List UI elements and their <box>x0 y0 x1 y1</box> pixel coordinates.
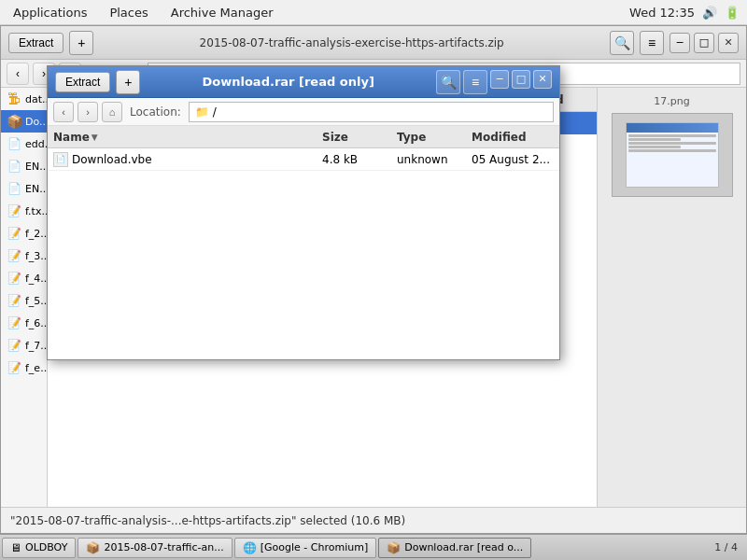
sidebar-item-4[interactable]: 📄 EN... <box>1 177 47 200</box>
clock: Wed 12:35 <box>629 6 695 20</box>
rar-maximize-button[interactable]: □ <box>512 70 530 89</box>
rar-extract-button[interactable]: Extract <box>55 72 110 92</box>
rar-search-button[interactable]: 🔍 <box>436 70 460 94</box>
sidebar-item-8[interactable]: 📝 f_4... <box>1 267 47 289</box>
rar-titlebar: Extract + Download.rar [read only] 🔍 ≡ −… <box>48 66 559 98</box>
preview-line-3 <box>628 142 716 145</box>
txt-icon-7: 📝 <box>7 248 21 263</box>
rar-minimize-button[interactable]: − <box>490 70 509 89</box>
rar-add-button[interactable]: + <box>116 70 140 94</box>
sidebar-label-8: f_4... <box>25 273 47 285</box>
rar-file-modified-0: 05 August 2... <box>466 153 559 166</box>
taskbar-icon-2: 🌐 <box>243 541 257 554</box>
main-back-button[interactable]: ‹ <box>7 63 29 85</box>
main-add-button[interactable]: + <box>69 31 93 55</box>
rar-icon: 📦 <box>7 114 21 129</box>
preview-panel: 17.png <box>597 88 746 507</box>
preview-line-5 <box>628 149 716 152</box>
txt-icon-12: 📝 <box>7 360 21 375</box>
main-close-button[interactable]: ✕ <box>718 33 739 53</box>
taskbar-label-0: OLDBOY <box>25 541 67 553</box>
sidebar-item-11[interactable]: 📝 f_7... <box>1 334 47 357</box>
volume-icon[interactable]: 🔊 <box>702 6 717 20</box>
main-window-title: 2015-08-07-traffic-analysis-exercise-htt… <box>99 36 604 49</box>
sidebar-item-9[interactable]: 📝 f_5... <box>1 289 47 312</box>
sidebar-label-7: f_3... <box>25 250 47 262</box>
txt-icon-8: 📝 <box>7 271 21 286</box>
taskbar-item-0[interactable]: 🖥 OLDBOY <box>2 538 76 558</box>
sidebar-label-12: f_e... <box>25 362 47 374</box>
rar-col-type[interactable]: Type <box>391 131 466 144</box>
sidebar-item-1[interactable]: 📦 Do... <box>1 110 47 133</box>
battery-icon: 🔋 <box>725 6 740 20</box>
taskbar-icon-3: 📦 <box>387 541 401 554</box>
rar-location-path: / <box>213 105 217 119</box>
rar-file-name-0: 📄 Download.vbe <box>48 152 317 167</box>
preview-line-2 <box>628 138 681 141</box>
txt-icon-5: 📝 <box>7 203 21 218</box>
main-minimize-button[interactable]: − <box>669 33 690 53</box>
rar-col-modified[interactable]: Modified <box>466 131 559 144</box>
rar-col-size[interactable]: Size <box>317 131 391 144</box>
sidebar-label-9: f_5... <box>25 295 47 307</box>
rar-nav-bar: ‹ › ⌂ Location: 📁 / <box>48 98 559 126</box>
menu-places[interactable]: Places <box>104 4 153 21</box>
sidebar-item-10[interactable]: 📝 f_6... <box>1 312 47 334</box>
preview-line-1 <box>628 134 716 137</box>
rar-location-icon: 📁 <box>195 105 209 119</box>
rar-menu-button[interactable]: ≡ <box>463 70 487 94</box>
preview-image <box>612 113 733 197</box>
main-status-text: "2015-08-07-traffic-analysis-...e-https-… <box>10 514 405 527</box>
rar-forward-button[interactable]: › <box>78 102 98 122</box>
sidebar-item-7[interactable]: 📝 f_3... <box>1 245 47 267</box>
rar-home-button[interactable]: ⌂ <box>102 102 122 122</box>
sidebar-item-3[interactable]: 📄 EN... <box>1 155 47 177</box>
taskbar-item-3[interactable]: 📦 Download.rar [read o... <box>378 538 531 558</box>
sidebar-label-11: f_7... <box>25 340 47 352</box>
sidebar-item-12[interactable]: 📝 f_e... <box>1 357 47 379</box>
taskbar-page-indicator: 1 / 4 <box>707 541 745 553</box>
preview-line-4 <box>628 146 681 148</box>
main-menu-button[interactable]: ≡ <box>640 31 664 55</box>
main-window-controls: − □ ✕ <box>669 33 739 53</box>
sidebar-label-4: EN... <box>25 183 47 195</box>
file-icon-2: 📄 <box>7 136 21 151</box>
sidebar-item-6[interactable]: 📝 f_2... <box>1 222 47 245</box>
rar-dialog: Extract + Download.rar [read only] 🔍 ≡ −… <box>47 65 560 360</box>
menu-archive-manager[interactable]: Archive Manager <box>165 4 279 21</box>
taskbar-label-3: Download.rar [read o... <box>404 541 523 553</box>
sidebar-label-0: dat... <box>25 93 47 105</box>
rar-file-row-0[interactable]: 📄 Download.vbe 4.8 kB unknown 05 August … <box>48 148 559 171</box>
rar-location-label: Location: <box>126 105 185 119</box>
vbe-file-icon: 📄 <box>53 152 68 167</box>
main-status-bar: "2015-08-07-traffic-analysis-...e-https-… <box>1 507 746 533</box>
taskbar-item-2[interactable]: 🌐 [Google - Chromium] <box>234 538 376 558</box>
txt-icon-9: 📝 <box>7 293 21 308</box>
rar-list-header: Name ▼ Size Type Modified <box>48 126 559 148</box>
main-search-button[interactable]: 🔍 <box>610 31 634 55</box>
sidebar-item-5[interactable]: 📝 f.tx... <box>1 200 47 222</box>
rar-col-name[interactable]: Name ▼ <box>48 131 317 144</box>
taskbar-item-1[interactable]: 📦 2015-08-07-traffic-an... <box>78 538 232 558</box>
rar-window-controls: 🔍 ≡ − □ ✕ <box>436 70 552 94</box>
sidebar-label-6: f_2... <box>25 228 47 240</box>
menu-bar: Applications Places Archive Manager Wed … <box>0 0 747 25</box>
file-icon-4: 📄 <box>7 181 21 196</box>
file-icon-3: 📄 <box>7 159 21 174</box>
taskbar-icon-1: 📦 <box>86 541 100 554</box>
preview-filename: 17.png <box>654 95 689 107</box>
taskbar-icon-0: 🖥 <box>10 541 21 554</box>
rar-file-type-0: unknown <box>391 153 466 166</box>
main-maximize-button[interactable]: □ <box>694 33 714 53</box>
sidebar-item-0[interactable]: 🗜 dat... <box>1 88 47 110</box>
main-extract-button[interactable]: Extract <box>8 33 63 53</box>
sidebar-label-1: Do... <box>25 116 47 128</box>
rar-back-button[interactable]: ‹ <box>53 102 74 122</box>
rar-file-list: Name ▼ Size Type Modified 📄 Download.vbe… <box>48 126 559 359</box>
rar-location-bar[interactable]: 📁 / <box>189 102 554 122</box>
main-titlebar: Extract + 2015-08-07-traffic-analysis-ex… <box>1 26 746 60</box>
rar-close-button[interactable]: ✕ <box>533 70 552 89</box>
menu-applications[interactable]: Applications <box>7 4 92 21</box>
sidebar-item-2[interactable]: 📄 edd... <box>1 133 47 155</box>
txt-icon-6: 📝 <box>7 226 21 241</box>
